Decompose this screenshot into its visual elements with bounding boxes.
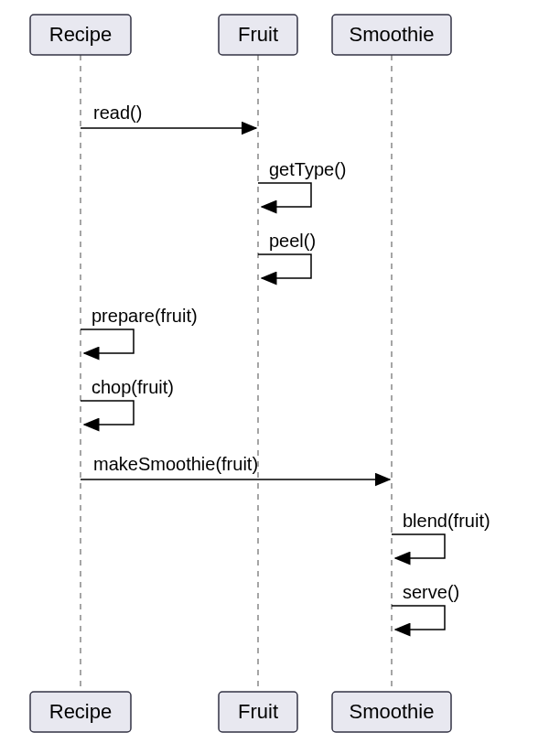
message-7: serve() bbox=[392, 582, 459, 630]
message-label: chop(fruit) bbox=[92, 377, 174, 397]
message-3: prepare(fruit) bbox=[81, 306, 198, 353]
participant-label-fruit-bottom: Fruit bbox=[238, 700, 278, 723]
message-label: read() bbox=[93, 102, 142, 123]
message-label: blend(fruit) bbox=[403, 511, 490, 531]
message-label: prepare(fruit) bbox=[92, 306, 198, 326]
message-5: makeSmoothie(fruit) bbox=[81, 454, 390, 479]
sequence-diagram: RecipeFruitSmoothie RecipeFruitSmoothie … bbox=[0, 0, 560, 754]
participant-label-smoothie-top: Smoothie bbox=[350, 23, 435, 46]
message-0: read() bbox=[81, 102, 256, 128]
participant-label-recipe-bottom: Recipe bbox=[49, 700, 112, 723]
message-2: peel() bbox=[258, 231, 316, 278]
message-self-loop bbox=[392, 534, 445, 558]
participant-label-smoothie-bottom: Smoothie bbox=[350, 700, 435, 723]
participant-label-recipe-top: Recipe bbox=[49, 23, 112, 46]
message-self-loop bbox=[81, 401, 134, 425]
message-self-loop bbox=[81, 329, 134, 353]
message-4: chop(fruit) bbox=[81, 377, 174, 425]
message-self-loop bbox=[258, 254, 311, 278]
message-1: getType() bbox=[258, 159, 346, 207]
message-label: makeSmoothie(fruit) bbox=[93, 454, 258, 474]
message-label: serve() bbox=[403, 582, 459, 602]
message-self-loop bbox=[392, 606, 445, 630]
participant-label-fruit-top: Fruit bbox=[238, 23, 278, 46]
message-label: peel() bbox=[269, 231, 316, 251]
message-self-loop bbox=[258, 183, 311, 207]
message-6: blend(fruit) bbox=[392, 511, 490, 558]
message-label: getType() bbox=[269, 159, 346, 179]
